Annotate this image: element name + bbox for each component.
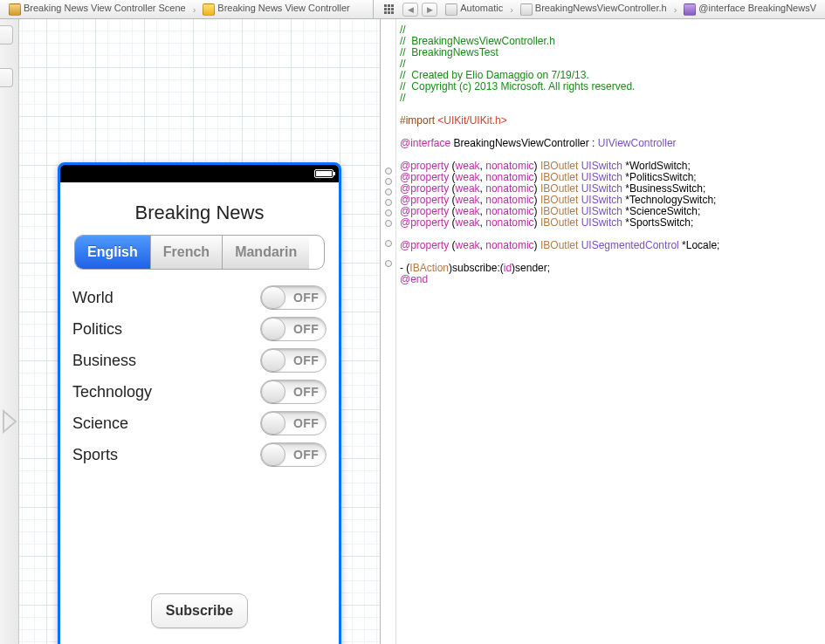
code-editor[interactable]: // // BreakingNewsViewController.h // Br… [381,19,825,644]
page-title: Breaking News [72,202,327,224]
panel-stub[interactable] [0,25,13,45]
storyboard-canvas[interactable]: Breaking News English French Mandarin Wo… [19,19,381,644]
segment-english[interactable]: English [75,236,151,269]
crumb-scene[interactable]: Breaking News View Controller Scene [3,3,191,15]
category-label: Technology [72,383,152,401]
chevron-right-icon: › [510,4,513,15]
battery-icon [314,169,333,178]
sports-switch[interactable]: OFF [260,442,327,467]
technology-switch[interactable]: OFF [260,380,327,404]
crumb-file[interactable]: BreakingNewsViewController.h [515,3,672,15]
chevron-right-icon: › [193,4,196,15]
category-label: World [72,289,113,307]
panel-stub[interactable] [0,68,13,87]
locale-segmented-control[interactable]: English French Mandarin [74,235,325,270]
connection-indicator-icon[interactable] [385,240,392,247]
category-label: Business [72,352,136,370]
list-item: TechnologyOFF [72,376,327,408]
list-item: PoliticsOFF [72,313,327,345]
connection-indicator-icon[interactable] [385,260,392,267]
category-label: Science [72,414,128,433]
nav-back-button[interactable]: ◀ [402,3,418,17]
chevron-right-icon: › [674,4,677,15]
segment-french[interactable]: French [151,236,223,269]
connection-indicator-icon[interactable] [385,199,392,206]
header-file-icon [520,3,533,16]
connection-indicator-icon[interactable] [385,220,392,227]
list-item: BusinessOFF [72,345,327,376]
breadcrumb-right: ◀ ▶ Automatic › BreakingNewsViewControll… [373,0,825,19]
list-item: WorldOFF [72,282,327,313]
related-items-icon[interactable] [379,3,398,17]
categories-list: WorldOFF PoliticsOFF BusinessOFF Technol… [72,282,327,593]
status-bar [60,165,339,182]
subscribe-button[interactable]: Subscribe [151,593,248,628]
collapse-arrow-icon[interactable] [2,409,17,434]
class-icon [684,3,696,16]
file-group-icon [445,3,457,16]
breadcrumb-left: Breaking News View Controller Scene › Br… [0,0,373,19]
connection-indicator-icon[interactable] [385,178,392,185]
nav-forward-button[interactable]: ▶ [422,3,437,17]
list-item: ScienceOFF [72,408,327,439]
crumb-vc[interactable]: Breaking News View Controller [197,3,354,15]
connection-indicator-icon[interactable] [385,168,392,175]
vc-icon [203,3,215,16]
scene-icon [9,3,21,16]
science-switch[interactable]: OFF [260,411,327,435]
business-switch[interactable]: OFF [260,348,327,373]
left-gutter [0,19,19,644]
connection-indicator-icon[interactable] [385,209,392,216]
politics-switch[interactable]: OFF [260,317,327,341]
category-label: Politics [72,320,122,339]
list-item: SportsOFF [72,439,327,470]
segment-mandarin[interactable]: Mandarin [223,236,309,269]
crumb-symbol[interactable]: @interface BreakingNewsV [678,3,822,15]
code-gutter [381,19,396,644]
category-label: Sports [72,446,118,464]
crumb-automatic[interactable]: Automatic [440,3,508,15]
world-switch[interactable]: OFF [260,285,327,310]
phone-view[interactable]: Breaking News English French Mandarin Wo… [58,162,341,644]
connection-indicator-icon[interactable] [385,188,392,195]
code-text[interactable]: // // BreakingNewsViewController.h // Br… [396,19,825,644]
